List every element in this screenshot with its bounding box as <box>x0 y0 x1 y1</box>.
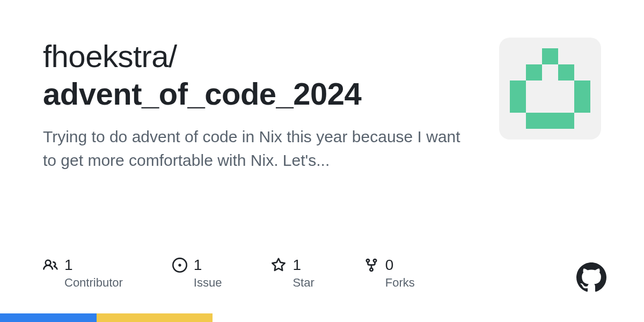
stripe-segment <box>0 313 97 322</box>
repo-stats: 1 Contributor 1 Issue 1 Star 0 Forks <box>43 257 415 290</box>
stat-contributors[interactable]: 1 Contributor <box>43 257 123 290</box>
title-slash: / <box>169 39 177 74</box>
stripe-segment <box>213 313 644 322</box>
issue-icon <box>172 258 187 273</box>
stat-count: 0 <box>385 257 394 274</box>
stat-stars[interactable]: 1 Star <box>271 257 314 290</box>
stat-count: 1 <box>194 257 202 274</box>
stat-label: Contributor <box>64 276 123 290</box>
stripe-segment <box>97 313 213 322</box>
stat-count: 1 <box>64 257 73 274</box>
stat-label: Star <box>292 276 314 290</box>
identicon-icon <box>510 48 590 129</box>
stat-label: Issue <box>194 276 222 290</box>
avatar[interactable] <box>499 38 601 140</box>
fork-icon <box>364 258 379 273</box>
language-stripe <box>0 313 644 322</box>
people-icon <box>43 258 58 273</box>
stat-count: 1 <box>292 257 301 274</box>
star-icon <box>271 258 286 273</box>
github-logo-icon[interactable] <box>576 262 606 292</box>
owner-name[interactable]: fhoekstra <box>43 39 169 74</box>
repo-title: fhoekstra/ advent_of_code_2024 <box>43 38 478 112</box>
stat-forks[interactable]: 0 Forks <box>364 257 415 290</box>
repo-description: Trying to do advent of code in Nix this … <box>43 125 462 172</box>
repo-name[interactable]: advent_of_code_2024 <box>43 76 361 111</box>
stat-issues[interactable]: 1 Issue <box>172 257 222 290</box>
stat-label: Forks <box>385 276 415 290</box>
